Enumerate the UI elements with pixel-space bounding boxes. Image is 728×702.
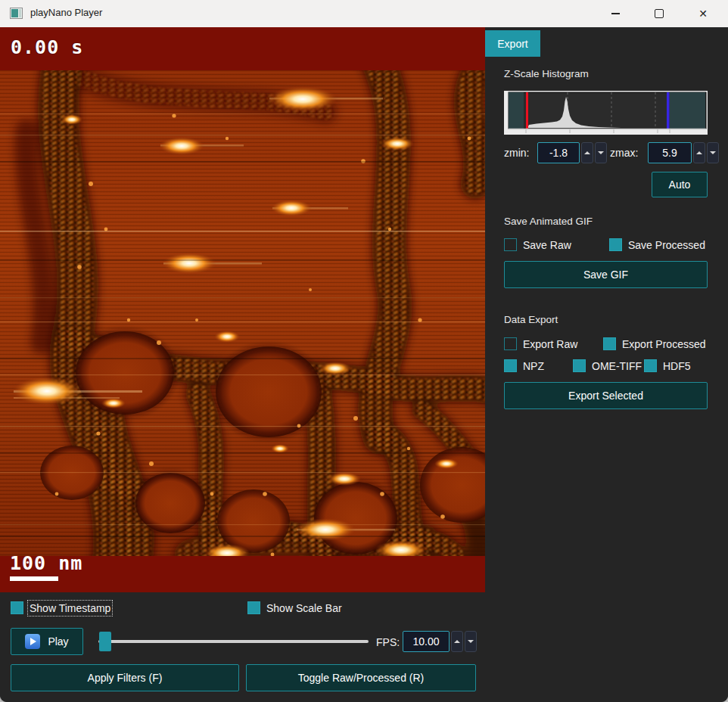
zmax-down-button[interactable] bbox=[707, 142, 719, 163]
down-arrow-icon bbox=[710, 151, 716, 154]
tab-export[interactable]: Export bbox=[485, 30, 540, 57]
down-arrow-icon bbox=[598, 151, 604, 154]
save-raw-label: Save Raw bbox=[523, 239, 571, 251]
show-scale-bar-checkbox[interactable]: Show Scale Bar bbox=[247, 601, 342, 614]
format-ome-tiff-checkbox[interactable]: OME-TIFF bbox=[573, 359, 642, 372]
fps-input[interactable]: 10.00 bbox=[403, 631, 450, 652]
format-npz-checkbox-box[interactable] bbox=[504, 359, 517, 372]
z-scale-histogram[interactable] bbox=[504, 91, 708, 135]
maximize-icon bbox=[655, 9, 664, 18]
afm-viewer: 0.00 s 100 nm bbox=[0, 27, 485, 592]
export-processed-label: Export Processed bbox=[622, 338, 706, 350]
slider-track[interactable] bbox=[98, 640, 369, 643]
show-timestamp-checkbox[interactable]: Show Timestamp bbox=[11, 601, 110, 614]
close-button[interactable]: ✕ bbox=[686, 0, 720, 27]
zmax-label: zmax: bbox=[610, 147, 638, 159]
export-raw-checkbox-box[interactable] bbox=[504, 337, 517, 350]
minimize-button[interactable] bbox=[598, 0, 633, 27]
export-selected-button[interactable]: Export Selected bbox=[504, 382, 708, 409]
up-arrow-icon bbox=[584, 151, 590, 154]
scale-bar-label: 100 nm bbox=[10, 552, 82, 574]
auto-button[interactable]: Auto bbox=[652, 172, 708, 197]
zmin-down-button[interactable] bbox=[595, 142, 607, 163]
export-raw-label: Export Raw bbox=[523, 338, 577, 350]
play-icon bbox=[25, 634, 40, 649]
histogram-section-title: Z-Scale Histogram bbox=[504, 68, 589, 79]
show-scale-bar-checkbox-box[interactable] bbox=[247, 601, 260, 614]
save-raw-checkbox-box[interactable] bbox=[504, 238, 517, 251]
scale-bar-line bbox=[10, 576, 58, 581]
afm-image-canvas bbox=[0, 70, 485, 556]
fps-label: FPS: bbox=[376, 636, 400, 648]
timestamp-overlay: 0.00 s bbox=[11, 36, 83, 58]
title-bar: playNano Player ✕ bbox=[0, 0, 728, 27]
save-gif-button[interactable]: Save GIF bbox=[504, 261, 708, 288]
scale-bar-overlay: 100 nm bbox=[10, 552, 82, 581]
show-scale-bar-label: Show Scale Bar bbox=[266, 602, 342, 614]
format-hdf5-checkbox-box[interactable] bbox=[644, 359, 657, 372]
minimize-icon bbox=[611, 13, 620, 14]
maximize-button[interactable] bbox=[642, 0, 677, 27]
save-raw-checkbox[interactable]: Save Raw bbox=[504, 238, 571, 251]
app-icon bbox=[10, 8, 23, 19]
format-ome-tiff-label: OME-TIFF bbox=[592, 360, 642, 372]
zmin-spinbox[interactable]: -1.8 bbox=[537, 142, 607, 163]
zmax-input[interactable]: 5.9 bbox=[648, 142, 692, 163]
apply-filters-button[interactable]: Apply Filters (F) bbox=[11, 664, 239, 691]
down-arrow-icon bbox=[468, 640, 474, 643]
up-arrow-icon bbox=[696, 151, 702, 154]
zmin-label: zmin: bbox=[504, 147, 529, 159]
fps-up-button[interactable] bbox=[451, 631, 463, 652]
window-title: playNano Player bbox=[30, 7, 102, 18]
show-timestamp-checkbox-box[interactable] bbox=[11, 601, 23, 614]
format-hdf5-checkbox[interactable]: HDF5 bbox=[644, 359, 691, 372]
play-button-label: Play bbox=[48, 635, 68, 648]
format-npz-checkbox[interactable]: NPZ bbox=[504, 359, 544, 372]
export-processed-checkbox[interactable]: Export Processed bbox=[603, 337, 706, 350]
fps-spinbox[interactable]: 10.00 bbox=[403, 631, 477, 652]
gif-section-title: Save Animated GIF bbox=[504, 216, 593, 227]
frame-slider[interactable] bbox=[98, 632, 369, 651]
data-export-section-title: Data Export bbox=[504, 314, 558, 325]
toggle-raw-processed-button[interactable]: Toggle Raw/Processed (R) bbox=[246, 664, 476, 691]
up-arrow-icon bbox=[454, 640, 460, 643]
export-raw-checkbox[interactable]: Export Raw bbox=[504, 337, 577, 350]
play-button[interactable]: Play bbox=[11, 628, 83, 655]
zmax-marker bbox=[667, 92, 670, 129]
format-hdf5-label: HDF5 bbox=[663, 360, 691, 372]
close-icon: ✕ bbox=[698, 8, 708, 19]
fps-down-button[interactable] bbox=[465, 631, 477, 652]
format-ome-tiff-checkbox-box[interactable] bbox=[573, 359, 586, 372]
save-processed-checkbox[interactable]: Save Processed bbox=[609, 238, 705, 251]
format-npz-label: NPZ bbox=[523, 360, 544, 372]
zmax-spinbox[interactable]: 5.9 bbox=[648, 142, 719, 163]
zmin-marker bbox=[526, 92, 528, 129]
save-processed-checkbox-box[interactable] bbox=[609, 238, 622, 251]
export-panel: Export Z-Scale Histogram zmin: -1.8 bbox=[485, 27, 728, 702]
save-processed-label: Save Processed bbox=[628, 239, 705, 251]
show-timestamp-label: Show Timestamp bbox=[30, 602, 110, 614]
zmin-up-button[interactable] bbox=[581, 142, 593, 163]
zmin-input[interactable]: -1.8 bbox=[537, 142, 580, 163]
slider-handle[interactable] bbox=[99, 632, 111, 651]
app-window: playNano Player ✕ bbox=[0, 0, 728, 702]
export-processed-checkbox-box[interactable] bbox=[603, 337, 616, 350]
zmax-up-button[interactable] bbox=[693, 142, 705, 163]
